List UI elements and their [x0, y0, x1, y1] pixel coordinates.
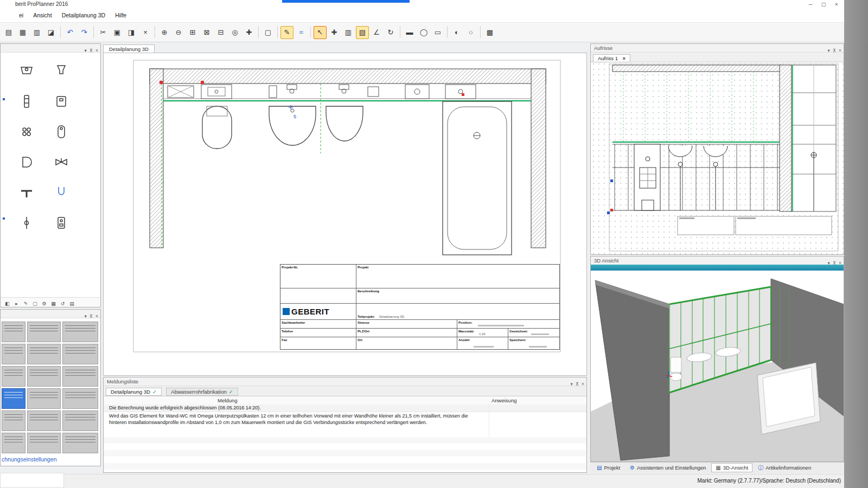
multi-view-button[interactable]: ▥ — [342, 26, 355, 39]
zoom-previous-button[interactable]: ⊟ — [214, 26, 227, 39]
menu-ansicht[interactable]: Ansicht — [28, 9, 56, 18]
schedule-cell[interactable] — [27, 322, 61, 342]
mini-play-button[interactable]: ▸ — [12, 300, 21, 308]
schedule-cell[interactable] — [62, 433, 98, 453]
tab-3d-ansicht[interactable]: ▦3D-Ansicht — [711, 463, 752, 472]
schedule-cell[interactable] — [62, 366, 98, 387]
paste-button[interactable]: ◨ — [125, 26, 138, 39]
menu-datei[interactable]: ei — [14, 9, 28, 18]
mini-filter-button[interactable]: ◧ — [3, 300, 12, 308]
floorplan-canvas[interactable]: 5 Projekt-Nr. Projekt Beschreibung GEBER… — [103, 53, 587, 376]
messages-tab-detailplanung[interactable]: Detailplanung 3D✓ — [106, 388, 162, 396]
schedule-cell[interactable] — [2, 410, 25, 431]
threed-canvas[interactable] — [591, 271, 844, 461]
flush-plate-icon[interactable] — [46, 91, 76, 112]
tab-projekt[interactable]: ▤Projekt — [592, 463, 624, 472]
schedule-cell[interactable] — [27, 366, 61, 387]
grid-button[interactable]: ▩ — [483, 26, 496, 39]
delete-button[interactable]: × — [139, 26, 152, 39]
tab-artikelinformationen[interactable]: ⓘArtikelinformationen — [754, 463, 815, 473]
sphere-shaded-button[interactable]: ◐ — [450, 26, 463, 39]
schedule-cell[interactable] — [2, 322, 25, 342]
schedule-cell[interactable] — [62, 344, 98, 364]
mini-refresh-button[interactable]: ↺ — [58, 300, 67, 308]
move-element-button[interactable]: ✚ — [328, 26, 341, 39]
pipe-oval-button[interactable]: ◯ — [417, 26, 430, 39]
schedule-cell[interactable] — [2, 433, 25, 453]
tab-detailplanung-3d[interactable]: Detailplanung 3D — [103, 44, 155, 53]
message-row[interactable]: Wird das GIS Element für Wand-WC mit Ome… — [104, 412, 586, 436]
standpipe-icon[interactable] — [11, 212, 42, 234]
cistern-element-icon[interactable] — [11, 91, 42, 112]
schedule-cell[interactable] — [2, 344, 25, 364]
t-fitting-icon[interactable] — [11, 182, 42, 203]
sphere-outline-button[interactable]: ○ — [464, 26, 477, 39]
message-row[interactable]: Die Berechnung wurde erfolgreich abgesch… — [104, 404, 586, 412]
redo-button[interactable]: ↷ — [78, 26, 91, 39]
mini-settings-button[interactable]: ⚙ — [40, 300, 49, 308]
valve-fitting-icon[interactable] — [46, 151, 76, 173]
pin-icon[interactable]: ⊼ — [90, 48, 93, 53]
tab-close-icon[interactable]: × — [623, 55, 626, 61]
close-button[interactable]: × — [830, 0, 843, 9]
schedule-cell[interactable] — [2, 366, 25, 387]
pin-icon[interactable]: ⊼ — [833, 48, 836, 53]
zoom-window-button[interactable]: ⊞ — [186, 26, 199, 39]
maximize-button[interactable]: ▢ — [817, 0, 830, 9]
elevation-canvas[interactable] — [591, 61, 844, 254]
zoom-100-button[interactable]: ◎ — [228, 26, 241, 39]
cut-button[interactable]: ✂ — [97, 26, 110, 39]
print-button[interactable]: ▦ — [16, 26, 29, 39]
zoom-out-button[interactable]: ⊖ — [172, 26, 185, 39]
close-icon[interactable]: × — [95, 48, 98, 53]
schedule-cell[interactable] — [62, 410, 98, 431]
select-arrow-button[interactable]: ↖ — [314, 26, 327, 39]
schedule-cell[interactable] — [27, 388, 61, 409]
zoom-fit-button[interactable]: ⊠ — [200, 26, 213, 39]
edit-pencil-button[interactable]: ✎ — [280, 26, 293, 39]
mini-frame-button[interactable]: ▢ — [30, 300, 40, 308]
schedule-cell[interactable] — [62, 322, 98, 342]
schedule-cell[interactable] — [27, 410, 61, 431]
control-box-icon[interactable] — [46, 212, 76, 234]
mini-list-button[interactable]: ▤ — [67, 300, 76, 308]
pin-icon[interactable]: ⊼ — [90, 313, 93, 319]
schedule-cell[interactable] — [27, 344, 61, 364]
shower-element-icon[interactable] — [11, 121, 42, 143]
close-icon[interactable]: × — [839, 48, 841, 53]
dropdown-icon[interactable]: ▾ — [85, 313, 87, 319]
pipe-rect-button[interactable]: ▭ — [431, 26, 444, 39]
measure-button[interactable]: ∠ — [370, 26, 383, 39]
urinal-icon[interactable] — [46, 60, 76, 82]
connect-elements-button[interactable]: ≈ — [295, 26, 308, 39]
tab-assistenten-und-einstellungen[interactable]: ⚙Assistenten und Einstellungen — [626, 463, 710, 472]
schedule-cell[interactable] — [2, 388, 25, 409]
mini-grid-button[interactable]: ▦ — [49, 300, 58, 308]
undo-button[interactable]: ↶ — [63, 26, 76, 39]
pipe-straight-button[interactable]: ▬ — [403, 26, 416, 39]
menu-detailplanung-3d[interactable]: Detailplanung 3D — [57, 9, 111, 18]
washbasin-side-icon[interactable] — [11, 151, 42, 173]
toggle-profile-button[interactable]: ▧ — [356, 26, 369, 39]
zoom-in-button[interactable]: ⊕ — [158, 26, 171, 39]
minimize-button[interactable]: ─ — [804, 0, 817, 9]
schedule-cell[interactable] — [62, 388, 98, 409]
mini-edit-button[interactable]: ✎ — [21, 300, 30, 308]
menu-hilfe[interactable]: Hilfe — [110, 9, 131, 18]
washbasin-top-icon[interactable] — [11, 60, 42, 82]
dropdown-icon[interactable]: ▾ — [85, 48, 87, 53]
copy-button[interactable]: ▣ — [111, 26, 124, 39]
close-icon[interactable]: × — [95, 313, 98, 319]
messages-tab-abwasserrohrfabrikation[interactable]: Abwasserrohrfabrikation✓ — [166, 388, 238, 396]
pan-button[interactable]: ✚ — [242, 26, 256, 39]
dropdown-icon[interactable]: ▾ — [828, 48, 830, 53]
schedule-cell[interactable] — [27, 433, 61, 453]
rotate-view-button[interactable]: ↻ — [384, 26, 397, 39]
export-button[interactable]: ◪ — [44, 26, 58, 39]
calculation-settings-link[interactable]: chnungseinstellungen — [2, 456, 57, 463]
selection-window-button[interactable]: ▢ — [261, 26, 275, 39]
bathtub-element-icon[interactable] — [46, 121, 76, 143]
trap-fitting-icon[interactable] — [46, 182, 76, 203]
save-button[interactable]: ▤ — [2, 26, 15, 39]
print-preview-button[interactable]: ▥ — [30, 26, 43, 39]
